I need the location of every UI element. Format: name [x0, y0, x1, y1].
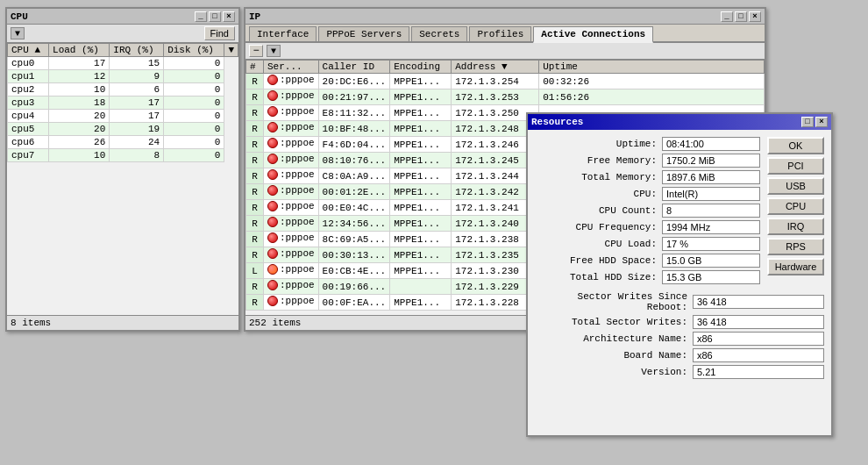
- cpu-load-cell: 10: [49, 149, 110, 162]
- cpu-table-row[interactable]: cpu3 18 17 0: [8, 97, 238, 110]
- cpu-name-cell: cpu6: [8, 136, 49, 149]
- conn-enc-cell: MPPE1...: [390, 121, 452, 137]
- arch-value[interactable]: [693, 332, 824, 346]
- uptime-value[interactable]: [662, 137, 760, 151]
- col-cpu[interactable]: CPU ▲: [8, 44, 49, 57]
- total-sector-row: Total Sector Writes:: [535, 315, 824, 329]
- conn-ser-cell: :pppoe: [264, 137, 319, 153]
- cpu-count-value[interactable]: [662, 204, 760, 218]
- resources-bottom-fields: Sector Writes Since Reboot: Total Sector…: [528, 291, 831, 389]
- conn-caller-cell: 10:BF:48...: [318, 121, 390, 137]
- main-minimize-button[interactable]: _: [721, 11, 733, 22]
- conn-col-ser[interactable]: Ser...: [264, 61, 319, 74]
- col-expand[interactable]: ▼: [224, 44, 238, 57]
- total-memory-row: Total Memory:: [535, 170, 760, 184]
- tab-active-connections[interactable]: Active Connections: [533, 26, 653, 43]
- usb-button[interactable]: USB: [767, 177, 824, 195]
- connection-row[interactable]: R :pppoe 20:DC:E6... MPPE1... 172.1.3.25…: [246, 74, 765, 89]
- hardware-button[interactable]: Hardware: [767, 258, 824, 275]
- conn-ser-cell: :pppoe: [264, 153, 319, 168]
- conn-caller-cell: 00:0F:EA...: [318, 295, 390, 311]
- close-button[interactable]: ×: [223, 11, 235, 22]
- cpu-toolbar: ▼ Find: [7, 25, 238, 43]
- free-memory-value[interactable]: [662, 154, 760, 168]
- conn-enc-cell: MPPE1...: [390, 247, 452, 263]
- conn-ser-cell: :pppoe: [264, 105, 319, 121]
- cpu-count-label: CPU Count:: [535, 205, 662, 216]
- version-value[interactable]: [693, 365, 824, 379]
- conn-caller-cell: 00:19:66...: [318, 279, 390, 295]
- cpu-disk-cell: 0: [164, 57, 224, 70]
- conn-num-cell: L: [246, 263, 264, 279]
- cpu-button[interactable]: CPU: [767, 197, 824, 215]
- ok-button[interactable]: OK: [767, 137, 824, 154]
- free-memory-label: Free Memory:: [535, 155, 662, 166]
- find-button[interactable]: Find: [204, 26, 235, 40]
- cpu-load-cell: 17: [49, 57, 110, 70]
- cpu-load-label: CPU Load:: [535, 239, 662, 249]
- cpu-table-row[interactable]: cpu7 10 8 0: [8, 149, 238, 162]
- cpu-table-container[interactable]: CPU ▲ Load (%) IRQ (%) Disk (%) ▼ cpu0 1…: [7, 43, 238, 310]
- connection-row[interactable]: R :pppoe 00:21:97... MPPE1... 172.1.3.25…: [246, 89, 765, 105]
- col-irq[interactable]: IRQ (%): [110, 44, 164, 57]
- board-value[interactable]: [693, 348, 824, 362]
- conn-enc-cell: [390, 279, 452, 295]
- cpu-table-row[interactable]: cpu2 10 6 0: [8, 83, 238, 97]
- conn-col-enc[interactable]: Encoding: [390, 61, 452, 74]
- conn-status-icon: [267, 90, 278, 101]
- conn-col-uptime[interactable]: Uptime: [539, 61, 765, 74]
- cpu-table-row[interactable]: cpu6 26 24 0: [8, 136, 238, 149]
- connections-toolbar: − ▼: [245, 43, 765, 60]
- main-window-title: IP: [249, 11, 260, 22]
- cpu-value[interactable]: [662, 187, 760, 201]
- filter-icon[interactable]: ▼: [11, 27, 25, 39]
- res-close-button[interactable]: ×: [815, 117, 828, 127]
- cpu-table-row[interactable]: cpu0 17 15 0: [8, 57, 238, 70]
- total-hdd-value[interactable]: [662, 270, 760, 284]
- cpu-label: CPU:: [535, 189, 662, 199]
- cpu-table-row[interactable]: cpu4 20 17 0: [8, 110, 238, 123]
- total-memory-value[interactable]: [662, 170, 760, 184]
- cpu-freq-value[interactable]: [662, 220, 760, 234]
- main-close-button[interactable]: ×: [749, 11, 761, 22]
- minimize-button[interactable]: _: [195, 11, 207, 22]
- cpu-name-cell: cpu2: [8, 83, 49, 97]
- remove-button[interactable]: −: [249, 45, 263, 57]
- conn-enc-cell: MPPE1...: [390, 74, 452, 89]
- tab-pppoe-servers[interactable]: PPPoE Servers: [318, 26, 409, 41]
- main-window-titlebar: IP _ □ ×: [245, 9, 765, 25]
- conn-status-icon: [267, 280, 278, 290]
- tab-interface[interactable]: Interface: [249, 26, 317, 41]
- conn-ser-cell: :pppoe: [264, 121, 319, 137]
- conn-addr-cell: 172.1.3.253: [452, 89, 539, 105]
- cpu-table-row[interactable]: cpu5 20 19 0: [8, 123, 238, 136]
- cpu-table-row[interactable]: cpu1 12 9 0: [8, 70, 238, 83]
- conn-ser-cell: :pppoe: [264, 232, 319, 247]
- main-maximize-button[interactable]: □: [735, 11, 747, 22]
- conn-filter-icon[interactable]: ▼: [267, 45, 281, 57]
- conn-status-icon: [267, 296, 278, 306]
- cpu-table: CPU ▲ Load (%) IRQ (%) Disk (%) ▼ cpu0 1…: [7, 43, 238, 162]
- conn-status-icon: [267, 217, 278, 227]
- cpu-load-value[interactable]: [662, 237, 760, 251]
- pci-button[interactable]: PCI: [767, 157, 824, 175]
- sector-writes-value[interactable]: [693, 295, 824, 309]
- conn-enc-cell: MPPE1...: [390, 105, 452, 121]
- maximize-button[interactable]: □: [209, 11, 221, 22]
- tab-secrets[interactable]: Secrets: [411, 26, 467, 41]
- col-load[interactable]: Load (%): [49, 44, 110, 57]
- total-sector-value[interactable]: [693, 315, 824, 329]
- conn-col-caller[interactable]: Caller ID: [318, 61, 390, 74]
- conn-col-addr[interactable]: Address ▼: [452, 61, 539, 74]
- res-maximize-button[interactable]: □: [801, 117, 814, 127]
- irq-button[interactable]: IRQ: [767, 218, 824, 235]
- conn-caller-cell: 00:30:13...: [318, 247, 390, 263]
- resources-fields: Uptime: Free Memory: Total Memory: CPU: …: [535, 137, 760, 284]
- tab-profiles[interactable]: Profiles: [469, 26, 531, 41]
- rps-button[interactable]: RPS: [767, 238, 824, 255]
- conn-enc-cell: MPPE1...: [390, 153, 452, 168]
- free-hdd-value[interactable]: [662, 254, 760, 268]
- cpu-load-cell: 18: [49, 97, 110, 110]
- col-disk[interactable]: Disk (%): [164, 44, 224, 57]
- conn-col-n[interactable]: #: [246, 61, 264, 74]
